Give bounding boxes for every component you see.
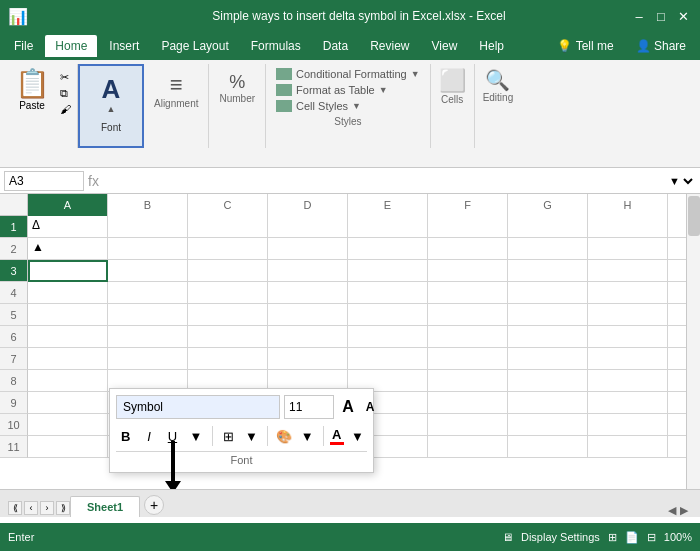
paste-button[interactable]: 📋 Paste	[8, 68, 56, 132]
cell-a3[interactable]	[28, 260, 108, 282]
cell-d1[interactable]	[268, 216, 348, 238]
copy-button[interactable]: ⧉	[58, 86, 73, 101]
vertical-scrollbar[interactable]	[686, 194, 700, 489]
cell-c1[interactable]	[188, 216, 268, 238]
sheet-scroll-right[interactable]: ▶	[680, 504, 688, 517]
cell-c4[interactable]	[188, 282, 268, 304]
cell-c2[interactable]	[188, 238, 268, 260]
bold-button[interactable]: B	[116, 425, 135, 447]
col-header-h[interactable]: H	[588, 194, 668, 216]
font-size-input[interactable]	[284, 395, 334, 419]
font-name-input[interactable]	[116, 395, 280, 419]
cell-d4[interactable]	[268, 282, 348, 304]
display-settings-button[interactable]: 🖥	[502, 531, 513, 543]
menu-review[interactable]: Review	[360, 35, 419, 57]
cell-e4[interactable]	[348, 282, 428, 304]
close-button[interactable]: ✕	[674, 7, 692, 25]
cell-a1[interactable]: Δ	[28, 216, 108, 238]
sheet-nav-prev[interactable]: ‹	[24, 501, 38, 515]
number-button[interactable]: % Number	[215, 68, 259, 108]
cell-e3[interactable]	[348, 260, 428, 282]
font-group: A ▲ Font	[78, 64, 144, 148]
sheet-nav-first[interactable]: ⟪	[8, 501, 22, 515]
menu-insert[interactable]: Insert	[99, 35, 149, 57]
col-header-a[interactable]: A	[28, 194, 108, 216]
sheet-tab-1[interactable]: Sheet1	[70, 496, 140, 517]
maximize-button[interactable]: □	[652, 7, 670, 25]
cell-a5[interactable]	[28, 304, 108, 326]
share-button[interactable]: 👤 Share	[626, 35, 696, 57]
col-header-e[interactable]: E	[348, 194, 428, 216]
cell-a2[interactable]: ▲	[28, 238, 108, 260]
col-header-d[interactable]: D	[268, 194, 348, 216]
cell-a4[interactable]	[28, 282, 108, 304]
cell-d2[interactable]	[268, 238, 348, 260]
cell-b3[interactable]	[108, 260, 188, 282]
cell-b2[interactable]	[108, 238, 188, 260]
view-normal-button[interactable]: ⊞	[608, 531, 617, 544]
cell-styles-button[interactable]: Cell Styles ▼	[272, 98, 424, 114]
italic-button[interactable]: I	[139, 425, 158, 447]
formula-expand[interactable]: ▼	[665, 174, 696, 188]
col-header-c[interactable]: C	[188, 194, 268, 216]
cell-e2[interactable]	[348, 238, 428, 260]
borders-dropdown-button[interactable]: ▼	[242, 425, 261, 447]
alignment-button[interactable]: ≡ Alignment	[150, 68, 202, 113]
cell-f2[interactable]	[428, 238, 508, 260]
cell-h2[interactable]	[588, 238, 668, 260]
menu-data[interactable]: Data	[313, 35, 358, 57]
name-box[interactable]	[4, 171, 84, 191]
menu-view[interactable]: View	[422, 35, 468, 57]
font-label: Font	[101, 122, 121, 133]
cell-g1[interactable]	[508, 216, 588, 238]
view-break-button[interactable]: ⊟	[647, 531, 656, 544]
tell-me-button[interactable]: 💡Tell me	[547, 35, 624, 57]
cell-g3[interactable]	[508, 260, 588, 282]
increase-font-size-button[interactable]: A	[338, 397, 358, 417]
formula-input[interactable]	[103, 174, 661, 188]
cell-b4[interactable]	[108, 282, 188, 304]
col-header-b[interactable]: B	[108, 194, 188, 216]
cell-g4[interactable]	[508, 282, 588, 304]
row-header-8: 8	[0, 370, 28, 392]
add-sheet-button[interactable]: +	[144, 495, 164, 515]
editing-button[interactable]: 🔍 Editing	[483, 68, 514, 103]
fill-color-button[interactable]: 🎨	[274, 425, 293, 447]
cells-button[interactable]: ⬜ Cells	[439, 68, 466, 105]
menu-help[interactable]: Help	[469, 35, 514, 57]
minimize-button[interactable]: –	[630, 7, 648, 25]
sheet-nav-next[interactable]: ›	[40, 501, 54, 515]
underline-dropdown-button[interactable]: ▼	[186, 425, 205, 447]
font-color-button[interactable]: A	[330, 428, 344, 445]
cell-b1[interactable]	[108, 216, 188, 238]
conditional-formatting-button[interactable]: Conditional Formatting ▼	[272, 66, 424, 82]
format-as-table-button[interactable]: Format as Table ▼	[272, 82, 424, 98]
sheet-nav-last[interactable]: ⟫	[56, 501, 70, 515]
cell-f4[interactable]	[428, 282, 508, 304]
sheet-scroll-left[interactable]: ◀	[668, 504, 676, 517]
menu-formulas[interactable]: Formulas	[241, 35, 311, 57]
format-painter-button[interactable]: 🖌	[58, 102, 73, 116]
decrease-font-size-button[interactable]: A	[360, 397, 380, 417]
cell-f1[interactable]	[428, 216, 508, 238]
view-layout-button[interactable]: 📄	[625, 531, 639, 544]
col-header-g[interactable]: G	[508, 194, 588, 216]
scrollbar-thumb[interactable]	[688, 196, 700, 236]
borders-button[interactable]: ⊞	[218, 425, 237, 447]
cell-d3[interactable]	[268, 260, 348, 282]
cell-c3[interactable]	[188, 260, 268, 282]
cell-h3[interactable]	[588, 260, 668, 282]
cell-f3[interactable]	[428, 260, 508, 282]
cut-button[interactable]: ✂	[58, 70, 73, 85]
font-color-dropdown-button[interactable]: ▼	[348, 425, 367, 447]
menu-home[interactable]: Home	[45, 35, 97, 57]
cell-g2[interactable]	[508, 238, 588, 260]
font-button[interactable]: A ▲	[84, 68, 138, 122]
cell-e1[interactable]	[348, 216, 428, 238]
menu-file[interactable]: File	[4, 35, 43, 57]
col-header-f[interactable]: F	[428, 194, 508, 216]
menu-page-layout[interactable]: Page Layout	[151, 35, 238, 57]
fill-dropdown-button[interactable]: ▼	[297, 425, 316, 447]
cell-h4[interactable]	[588, 282, 668, 304]
cell-h1[interactable]	[588, 216, 668, 238]
